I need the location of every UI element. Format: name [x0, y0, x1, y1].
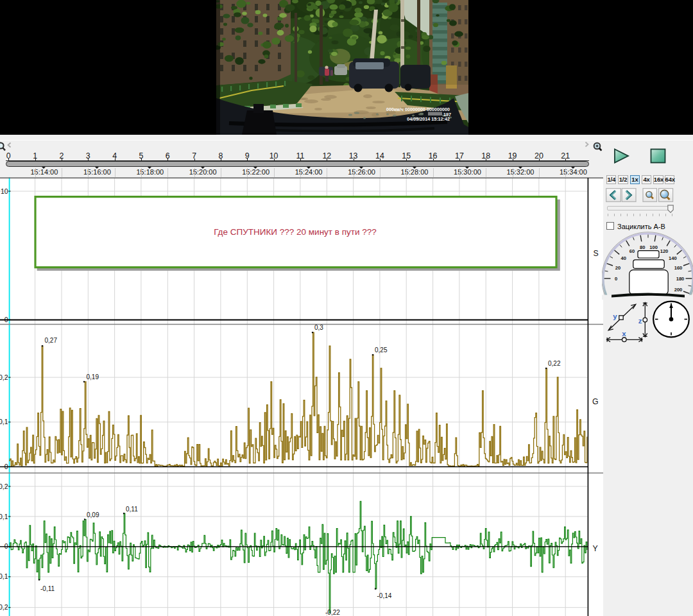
svg-text:000км/ч 00000000 000000000: 000км/ч 00000000 000000000: [386, 107, 450, 112]
svg-text:-0,22: -0,22: [325, 609, 340, 616]
svg-text:20: 20: [615, 265, 620, 271]
svg-text:0,1: 0,1: [0, 513, 8, 520]
svg-text:10: 10: [1, 187, 8, 195]
svg-text:-0,1: -0,1: [0, 572, 8, 580]
svg-text:0,11: 0,11: [126, 506, 138, 513]
svg-text:04/09/2014 15:12:42: 04/09/2014 15:12:42: [407, 116, 450, 122]
svg-text:0,09: 0,09: [87, 511, 99, 518]
svg-text:0,2: 0,2: [0, 373, 8, 381]
svg-text:-0,11: -0,11: [40, 585, 55, 592]
svg-text:-0,2: -0,2: [0, 603, 8, 611]
svg-text:0,3: 0,3: [314, 324, 323, 331]
svg-text:0,2: 0,2: [0, 483, 8, 490]
svg-text:40: 40: [620, 255, 626, 261]
svg-text:0,19: 0,19: [87, 373, 99, 381]
svg-text:80: 80: [640, 244, 645, 250]
svg-text:0,25: 0,25: [375, 346, 388, 354]
svg-text:Y: Y: [593, 544, 598, 553]
svg-text:160: 160: [674, 265, 683, 271]
svg-text:-0,14: -0,14: [377, 592, 392, 599]
svg-text:x: x: [622, 330, 626, 338]
svg-text:0,27: 0,27: [45, 337, 58, 344]
svg-text:100: 100: [649, 244, 658, 250]
svg-text:y: y: [613, 312, 617, 320]
svg-text:60: 60: [629, 248, 635, 254]
svg-text:200: 200: [674, 287, 683, 293]
svg-text:140: 140: [669, 255, 677, 261]
svg-text:S: S: [594, 249, 599, 258]
svg-text:G: G: [592, 397, 599, 406]
svg-text:0,22: 0,22: [548, 360, 561, 367]
svg-text:0,1: 0,1: [0, 418, 8, 425]
svg-text:Где СПУТНИКИ ??? 20 минут в пу: Где СПУТНИКИ ??? 20 минут в пути ???: [214, 227, 377, 237]
svg-text:120: 120: [660, 248, 669, 254]
svg-text:0: 0: [615, 276, 617, 282]
svg-text:180: 180: [676, 276, 685, 282]
svg-text:z: z: [638, 317, 642, 325]
